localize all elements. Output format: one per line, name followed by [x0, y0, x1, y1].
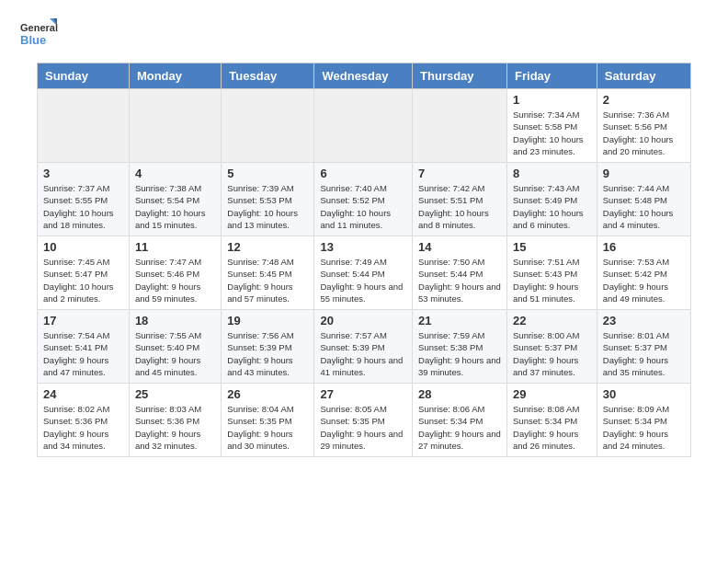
day-number: 20	[320, 314, 406, 327]
weekday-header: Monday	[129, 63, 221, 89]
day-number: 18	[135, 314, 215, 327]
day-number: 10	[43, 240, 123, 254]
calendar-day-cell	[314, 89, 413, 163]
day-number: 21	[418, 314, 501, 327]
calendar-day-cell: 29Sunrise: 8:08 AM Sunset: 5:34 PM Dayli…	[507, 384, 597, 457]
calendar-day-cell: 18Sunrise: 7:55 AM Sunset: 5:40 PM Dayli…	[129, 310, 221, 384]
day-info: Sunrise: 7:47 AM Sunset: 5:46 PM Dayligh…	[135, 256, 215, 304]
svg-text:General: General	[20, 22, 58, 33]
day-number: 3	[43, 167, 123, 180]
day-info: Sunrise: 8:04 AM Sunset: 5:35 PM Dayligh…	[227, 403, 308, 452]
calendar-day-cell: 23Sunrise: 8:01 AM Sunset: 5:37 PM Dayli…	[597, 310, 690, 384]
calendar-day-cell: 26Sunrise: 8:04 AM Sunset: 5:35 PM Dayli…	[222, 384, 314, 457]
day-info: Sunrise: 7:57 AM Sunset: 5:39 PM Dayligh…	[320, 329, 406, 378]
calendar-day-cell: 7Sunrise: 7:42 AM Sunset: 5:51 PM Daylig…	[413, 163, 507, 236]
day-number: 22	[513, 314, 591, 327]
weekday-header: Thursday	[413, 63, 507, 89]
day-number: 24	[43, 387, 123, 401]
calendar-day-cell: 2Sunrise: 7:36 AM Sunset: 5:56 PM Daylig…	[597, 89, 690, 163]
day-number: 15	[513, 240, 591, 254]
day-number: 12	[227, 240, 308, 254]
day-info: Sunrise: 7:42 AM Sunset: 5:51 PM Dayligh…	[418, 182, 501, 231]
day-info: Sunrise: 8:03 AM Sunset: 5:36 PM Dayligh…	[135, 403, 215, 452]
day-info: Sunrise: 7:54 AM Sunset: 5:41 PM Dayligh…	[43, 329, 123, 378]
day-info: Sunrise: 8:05 AM Sunset: 5:35 PM Dayligh…	[320, 403, 406, 452]
day-info: Sunrise: 7:56 AM Sunset: 5:39 PM Dayligh…	[227, 329, 308, 378]
calendar-day-cell	[222, 89, 314, 163]
calendar-day-cell: 13Sunrise: 7:49 AM Sunset: 5:44 PM Dayli…	[314, 236, 413, 310]
day-number: 17	[43, 314, 123, 327]
day-info: Sunrise: 8:02 AM Sunset: 5:36 PM Dayligh…	[43, 403, 123, 452]
day-info: Sunrise: 8:09 AM Sunset: 5:34 PM Dayligh…	[603, 403, 685, 452]
day-info: Sunrise: 8:01 AM Sunset: 5:37 PM Dayligh…	[603, 329, 685, 378]
day-info: Sunrise: 7:50 AM Sunset: 5:44 PM Dayligh…	[418, 256, 501, 304]
day-info: Sunrise: 7:37 AM Sunset: 5:55 PM Dayligh…	[43, 182, 123, 231]
day-info: Sunrise: 7:40 AM Sunset: 5:52 PM Dayligh…	[320, 182, 406, 231]
calendar-day-cell: 8Sunrise: 7:43 AM Sunset: 5:49 PM Daylig…	[507, 163, 597, 236]
day-number: 1	[513, 93, 591, 107]
page-header: General Blue	[0, 0, 728, 63]
day-number: 13	[320, 240, 406, 254]
day-info: Sunrise: 7:59 AM Sunset: 5:38 PM Dayligh…	[418, 329, 501, 378]
day-number: 25	[135, 387, 215, 401]
day-number: 27	[320, 387, 406, 401]
calendar-day-cell: 12Sunrise: 7:48 AM Sunset: 5:45 PM Dayli…	[222, 236, 314, 310]
calendar-day-cell	[129, 89, 221, 163]
calendar-day-cell: 22Sunrise: 8:00 AM Sunset: 5:37 PM Dayli…	[507, 310, 597, 384]
calendar-week-row: 10Sunrise: 7:45 AM Sunset: 5:47 PM Dayli…	[38, 236, 691, 310]
calendar-day-cell: 17Sunrise: 7:54 AM Sunset: 5:41 PM Dayli…	[38, 310, 130, 384]
logo: General Blue	[18, 15, 59, 55]
svg-text:Blue: Blue	[20, 33, 46, 47]
day-info: Sunrise: 7:36 AM Sunset: 5:56 PM Dayligh…	[603, 109, 685, 157]
day-info: Sunrise: 8:00 AM Sunset: 5:37 PM Dayligh…	[513, 329, 591, 378]
day-info: Sunrise: 7:34 AM Sunset: 5:58 PM Dayligh…	[513, 109, 591, 157]
day-number: 30	[603, 387, 685, 401]
day-number: 8	[513, 167, 591, 180]
calendar-day-cell: 16Sunrise: 7:53 AM Sunset: 5:42 PM Dayli…	[597, 236, 690, 310]
weekday-header: Sunday	[38, 63, 130, 89]
day-number: 29	[513, 387, 591, 401]
day-info: Sunrise: 7:43 AM Sunset: 5:49 PM Dayligh…	[513, 182, 591, 231]
calendar-day-cell: 9Sunrise: 7:44 AM Sunset: 5:48 PM Daylig…	[597, 163, 690, 236]
day-number: 11	[135, 240, 215, 254]
calendar-day-cell: 3Sunrise: 7:37 AM Sunset: 5:55 PM Daylig…	[38, 163, 130, 236]
calendar-day-cell: 6Sunrise: 7:40 AM Sunset: 5:52 PM Daylig…	[314, 163, 413, 236]
weekday-header: Tuesday	[222, 63, 314, 89]
calendar-day-cell	[413, 89, 507, 163]
calendar-table: SundayMondayTuesdayWednesdayThursdayFrid…	[37, 63, 691, 457]
weekday-header: Saturday	[597, 63, 690, 89]
weekday-header: Friday	[507, 63, 597, 89]
day-info: Sunrise: 7:51 AM Sunset: 5:43 PM Dayligh…	[513, 256, 591, 304]
calendar-day-cell: 25Sunrise: 8:03 AM Sunset: 5:36 PM Dayli…	[129, 384, 221, 457]
day-info: Sunrise: 7:48 AM Sunset: 5:45 PM Dayligh…	[227, 256, 308, 304]
day-number: 7	[418, 167, 501, 180]
calendar-day-cell: 30Sunrise: 8:09 AM Sunset: 5:34 PM Dayli…	[597, 384, 690, 457]
day-number: 14	[418, 240, 501, 254]
calendar-week-row: 17Sunrise: 7:54 AM Sunset: 5:41 PM Dayli…	[38, 310, 691, 384]
calendar-day-cell: 27Sunrise: 8:05 AM Sunset: 5:35 PM Dayli…	[314, 384, 413, 457]
day-number: 4	[135, 167, 215, 180]
calendar-day-cell: 28Sunrise: 8:06 AM Sunset: 5:34 PM Dayli…	[413, 384, 507, 457]
day-number: 19	[227, 314, 308, 327]
calendar-day-cell	[38, 89, 130, 163]
calendar-week-row: 3Sunrise: 7:37 AM Sunset: 5:55 PM Daylig…	[38, 163, 691, 236]
day-info: Sunrise: 7:44 AM Sunset: 5:48 PM Dayligh…	[603, 182, 685, 231]
day-info: Sunrise: 7:53 AM Sunset: 5:42 PM Dayligh…	[603, 256, 685, 304]
day-number: 26	[227, 387, 308, 401]
day-number: 16	[603, 240, 685, 254]
weekday-row: SundayMondayTuesdayWednesdayThursdayFrid…	[38, 63, 691, 89]
calendar-day-cell: 19Sunrise: 7:56 AM Sunset: 5:39 PM Dayli…	[222, 310, 314, 384]
calendar-day-cell: 24Sunrise: 8:02 AM Sunset: 5:36 PM Dayli…	[38, 384, 130, 457]
day-info: Sunrise: 8:08 AM Sunset: 5:34 PM Dayligh…	[513, 403, 591, 452]
day-info: Sunrise: 7:55 AM Sunset: 5:40 PM Dayligh…	[135, 329, 215, 378]
logo-icon: General Blue	[18, 15, 59, 55]
calendar-day-cell: 14Sunrise: 7:50 AM Sunset: 5:44 PM Dayli…	[413, 236, 507, 310]
calendar-week-row: 24Sunrise: 8:02 AM Sunset: 5:36 PM Dayli…	[38, 384, 691, 457]
day-number: 28	[418, 387, 501, 401]
day-number: 6	[320, 167, 406, 180]
calendar-day-cell: 21Sunrise: 7:59 AM Sunset: 5:38 PM Dayli…	[413, 310, 507, 384]
day-info: Sunrise: 7:39 AM Sunset: 5:53 PM Dayligh…	[227, 182, 308, 231]
day-info: Sunrise: 7:49 AM Sunset: 5:44 PM Dayligh…	[320, 256, 406, 304]
day-number: 2	[603, 93, 685, 107]
calendar-day-cell: 4Sunrise: 7:38 AM Sunset: 5:54 PM Daylig…	[129, 163, 221, 236]
